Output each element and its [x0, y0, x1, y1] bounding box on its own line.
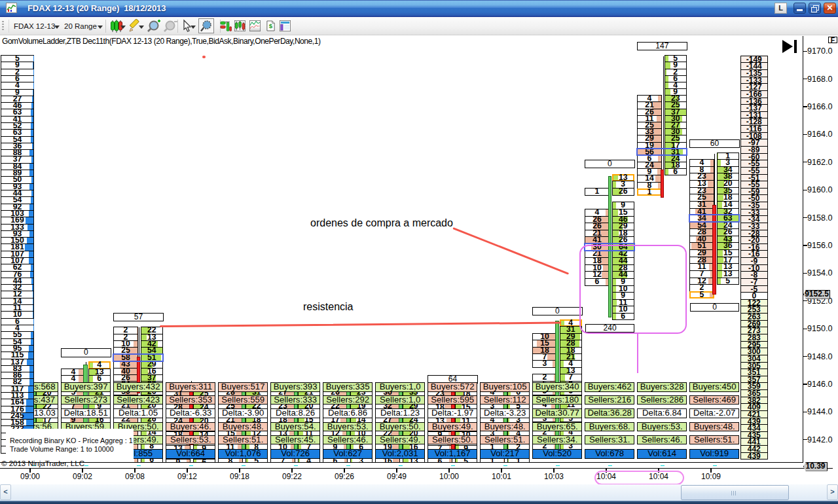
svg-text:$: $: [269, 22, 273, 29]
